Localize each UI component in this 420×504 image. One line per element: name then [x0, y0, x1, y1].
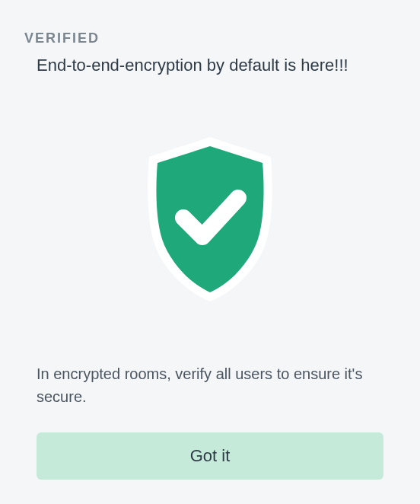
dialog-description: In encrypted rooms, verify all users to … [37, 362, 383, 408]
got-it-button[interactable]: Got it [37, 432, 383, 480]
verified-shield-icon [130, 136, 290, 303]
dialog-title: End-to-end-encryption by default is here… [37, 56, 396, 75]
shield-container [24, 112, 396, 326]
verified-label: VERIFIED [24, 30, 396, 46]
